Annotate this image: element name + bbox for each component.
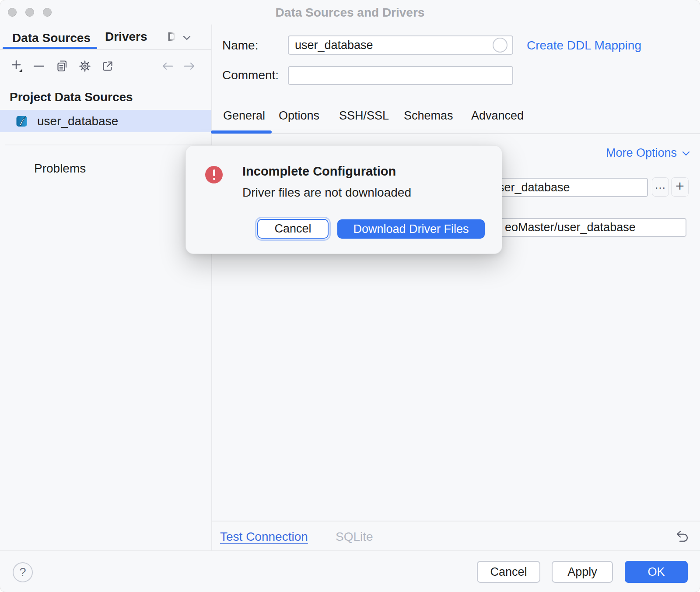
browse-files-button[interactable]: … [652, 177, 669, 197]
comment-input[interactable] [288, 66, 513, 85]
problems-section[interactable]: Problems [0, 158, 211, 180]
chevron-down-icon [681, 150, 691, 157]
tab-overflow-truncated[interactable]: D [168, 30, 176, 44]
open-in-new-icon[interactable] [100, 57, 115, 75]
remove-data-source-button[interactable] [32, 57, 46, 75]
dialog-message: Driver files are not downloaded [242, 186, 411, 200]
tab-drivers[interactable]: Drivers [105, 30, 147, 44]
ok-button[interactable]: OK [625, 561, 688, 583]
divider [211, 133, 700, 134]
project-data-sources-header: Project Data Sources [10, 90, 133, 104]
divider [0, 49, 211, 50]
tab-options[interactable]: Options [279, 109, 319, 123]
divider [211, 25, 212, 550]
sqlite-icon [15, 115, 28, 128]
chevron-down-icon[interactable] [180, 32, 193, 44]
driver-name-label: SQLite [336, 530, 373, 544]
undo-icon[interactable] [674, 528, 691, 545]
create-ddl-mapping-link[interactable]: Create DDL Mapping [527, 39, 641, 53]
forward-arrow-icon[interactable] [182, 57, 197, 75]
more-options-label: More Options [606, 146, 677, 160]
divider [5, 144, 211, 145]
cancel-button[interactable]: Cancel [477, 561, 540, 583]
tab-schemas[interactable]: Schemas [404, 109, 453, 123]
progress-circle-icon [493, 38, 508, 53]
comment-label: Comment: [222, 68, 279, 82]
tab-general[interactable]: General [223, 109, 265, 123]
help-button[interactable]: ? [13, 562, 33, 582]
problems-label: Problems [34, 162, 86, 176]
download-driver-files-button[interactable]: Download Driver Files [337, 219, 485, 239]
tab-advanced[interactable]: Advanced [471, 109, 524, 123]
add-data-source-button[interactable] [10, 57, 24, 75]
dialog-cancel-button[interactable]: Cancel [257, 219, 329, 239]
window-title: Data Sources and Drivers [0, 6, 700, 20]
incomplete-configuration-dialog: Incomplete Configuration Driver files ar… [186, 145, 502, 254]
dialog-title: Incomplete Configuration [242, 164, 396, 179]
more-options-link[interactable]: More Options [606, 146, 691, 160]
sidebar-toolbar [0, 57, 211, 75]
tab-data-sources[interactable]: Data Sources [12, 31, 91, 45]
tab-ssh-ssl[interactable]: SSH/SSL [339, 109, 389, 123]
divider [0, 550, 700, 551]
test-connection-link[interactable]: Test Connection [220, 530, 308, 544]
back-arrow-icon[interactable] [160, 57, 175, 75]
name-label: Name: [222, 39, 258, 53]
error-icon [205, 166, 223, 183]
add-file-button[interactable]: + [671, 177, 689, 197]
data-source-row-selected[interactable]: user_database [0, 110, 211, 132]
divider [211, 521, 700, 522]
active-tab-indicator [211, 130, 272, 134]
data-source-name: user_database [37, 114, 118, 128]
name-input[interactable] [288, 35, 513, 55]
duplicate-icon[interactable] [55, 57, 70, 75]
gear-icon[interactable] [77, 57, 92, 75]
data-sources-window: Data Sources and Drivers Data Sources Dr… [0, 0, 700, 592]
apply-button[interactable]: Apply [552, 561, 613, 583]
sidebar-tab-strip: Data Sources Drivers D [12, 30, 91, 46]
